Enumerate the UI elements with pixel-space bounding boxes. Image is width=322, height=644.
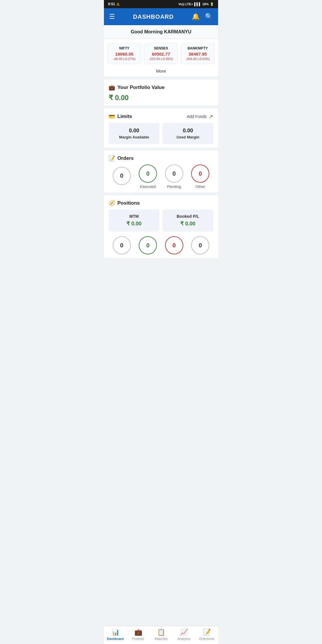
index-value-sensex: 60502.77 [147, 52, 175, 56]
positions-icon: 🧭 [109, 200, 115, 206]
orders-header: 📝 Orders [109, 155, 213, 162]
signal-bars: ▌▌▌ [194, 2, 201, 6]
positions-circle-2-ring: 0 [139, 236, 157, 254]
limits-cards: 0.00 Margin Available 0.00 Used Margin [109, 123, 213, 144]
header-icons: 🔔 🔍 [192, 13, 213, 20]
positions-circle-4[interactable]: 0 [191, 236, 209, 254]
index-name-sensex: SENSEX [147, 46, 175, 50]
mtm-label: MTM [112, 214, 156, 219]
orders-circle-pending[interactable]: 0 Pending [165, 165, 183, 189]
limits-title: Limits [117, 114, 132, 119]
battery-icon: 🔋 [210, 2, 214, 6]
positions-circle-2[interactable]: 0 [139, 236, 157, 254]
limits-icon: 💳 [109, 113, 115, 120]
portfolio-value: ₹ 0.00 [109, 94, 213, 102]
margin-available-label: Margin Available [112, 135, 156, 139]
used-margin-card: 0.00 Used Margin [162, 123, 213, 144]
portfolio-section: 💼 Your Portfolio Value ₹ 0.00 [104, 80, 218, 105]
index-card-sensex[interactable]: SENSEX 60502.77 -215.94 (-0.36%) [144, 43, 178, 64]
orders-circle-other[interactable]: 0 Other [191, 165, 209, 189]
orders-title: Orders [117, 155, 134, 161]
search-icon[interactable]: 🔍 [205, 13, 213, 20]
portfolio-title-group: 💼 Your Portfolio Value [109, 84, 165, 91]
limits-section: 💳 Limits Add Funds ↗ 0.00 Margin Availab… [104, 108, 218, 148]
index-change-banknifty: -204.40 (-0.53%) [184, 57, 212, 61]
orders-title-group: 📝 Orders [109, 155, 134, 162]
orders-circle-other-ring: 0 [191, 165, 209, 183]
add-funds-button[interactable]: Add Funds ↗ [187, 113, 213, 120]
orders-circle-executed-label: Executed [140, 184, 156, 189]
index-name-nifty: NIFTY [110, 46, 138, 50]
booked-pl-value: ₹ 0.00 [166, 220, 210, 227]
orders-circle-all[interactable]: 0 [113, 167, 131, 187]
booked-pl-card: Booked P/L ₹ 0.00 [162, 209, 213, 232]
orders-circle-executed-ring: 0 [139, 165, 157, 183]
status-left: 9:51 ⚠ [108, 2, 120, 6]
app-header: ☰ DASHBOARD 🔔 🔍 [104, 8, 218, 25]
used-margin-value: 0.00 [166, 128, 210, 134]
used-margin-label: Used Margin [166, 135, 210, 139]
positions-circles-row: 0 0 0 0 [109, 236, 213, 254]
pl-cards: MTM ₹ 0.00 Booked P/L ₹ 0.00 [109, 209, 213, 232]
index-change-nifty: -49.40 (-0.27%) [110, 57, 138, 61]
index-card-banknifty[interactable]: BANKNIFTY 38497.95 -204.40 (-0.53%) [181, 43, 215, 64]
indices-container: NIFTY 18060.05 -49.40 (-0.27%) SENSEX 60… [104, 39, 218, 66]
orders-circles-row: 0 0 Executed 0 Pending 0 Other [109, 165, 213, 189]
add-funds-label: Add Funds [187, 114, 207, 119]
positions-circle-3-ring: 0 [165, 236, 183, 254]
positions-circle-4-ring: 0 [191, 236, 209, 254]
orders-circle-all-ring: 0 [113, 167, 131, 185]
positions-section: 🧭 Positions MTM ₹ 0.00 Booked P/L ₹ 0.00… [104, 195, 218, 258]
booked-pl-label: Booked P/L [166, 214, 210, 219]
portfolio-title: Your Portfolio Value [117, 85, 165, 90]
portfolio-header: 💼 Your Portfolio Value [109, 84, 213, 91]
positions-header: 🧭 Positions [109, 200, 213, 206]
mtm-card: MTM ₹ 0.00 [109, 209, 160, 232]
positions-title: Positions [117, 200, 140, 206]
positions-title-group: 🧭 Positions [109, 200, 140, 206]
header-title: DASHBOARD [133, 13, 174, 20]
signal-icon: Vo)) LTE+ [179, 2, 193, 6]
orders-section: 📝 Orders 0 0 Executed 0 Pendin [104, 150, 218, 192]
index-change-sensex: -215.94 (-0.36%) [147, 57, 175, 61]
index-card-nifty[interactable]: NIFTY 18060.05 -49.40 (-0.27%) [107, 43, 141, 64]
index-value-nifty: 18060.05 [110, 52, 138, 56]
margin-available-value: 0.00 [112, 128, 156, 134]
status-time: 9:51 [108, 2, 115, 6]
status-right: Vo)) LTE+ ▌▌▌ 18% 🔋 [179, 2, 214, 6]
margin-available-card: 0.00 Margin Available [109, 123, 160, 144]
hamburger-icon[interactable]: ☰ [109, 13, 115, 20]
positions-circle-1-ring: 0 [113, 236, 131, 254]
orders-icon: 📝 [109, 155, 115, 162]
more-link[interactable]: More [104, 66, 218, 77]
limits-header: 💳 Limits Add Funds ↗ [109, 113, 213, 120]
greeting-bar: Good Morning KARMANYU [104, 25, 218, 39]
portfolio-icon: 💼 [109, 84, 115, 91]
warning-icon: ⚠ [116, 2, 120, 6]
orders-circle-pending-label: Pending [167, 184, 181, 189]
positions-circle-1[interactable]: 0 [113, 236, 131, 254]
index-value-banknifty: 38497.95 [184, 52, 212, 56]
bell-icon[interactable]: 🔔 [192, 13, 200, 20]
limits-title-group: 💳 Limits [109, 113, 132, 120]
status-bar: 9:51 ⚠ Vo)) LTE+ ▌▌▌ 18% 🔋 [104, 0, 218, 8]
battery-level: 18% [202, 2, 209, 6]
greeting-text: Good Morning KARMANYU [131, 29, 191, 34]
orders-circle-other-label: Other [196, 184, 205, 189]
orders-circle-pending-ring: 0 [165, 165, 183, 183]
index-name-banknifty: BANKNIFTY [184, 46, 212, 50]
positions-circle-3[interactable]: 0 [165, 236, 183, 254]
add-funds-icon: ↗ [208, 113, 213, 120]
mtm-value: ₹ 0.00 [112, 220, 156, 227]
orders-circle-executed[interactable]: 0 Executed [139, 165, 157, 189]
